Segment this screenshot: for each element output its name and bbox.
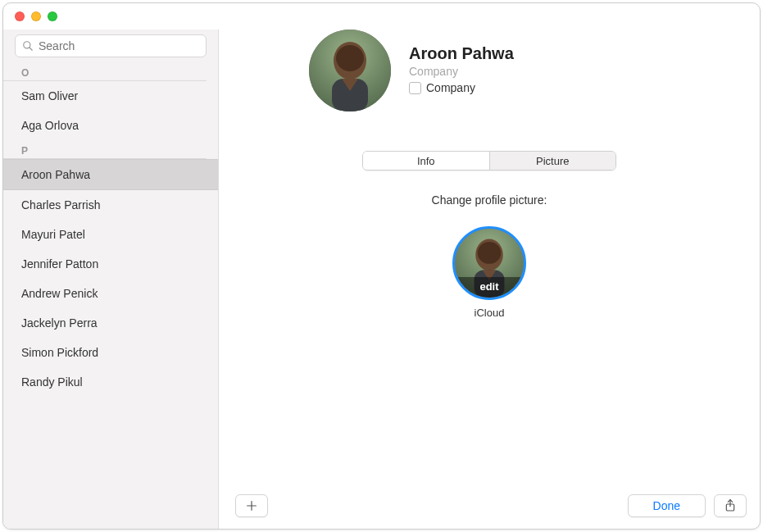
plus-icon <box>245 499 258 512</box>
thumb-caption: iCloud <box>475 307 505 319</box>
search-input[interactable] <box>39 39 199 52</box>
avatar-image <box>309 30 391 111</box>
contact-row[interactable]: Sam Oliver <box>3 81 218 111</box>
change-picture-label: Change profile picture: <box>219 193 760 207</box>
seg: Info Picture <box>362 151 616 171</box>
sidebar: OSam OliverAga OrlovaPAroon PahwaCharles… <box>3 30 219 529</box>
contact-row[interactable]: Aga Orlova <box>3 111 218 140</box>
tab-info[interactable]: Info <box>363 152 490 170</box>
contact-row[interactable]: Jennifer Patton <box>3 249 218 279</box>
search-field[interactable] <box>15 34 207 57</box>
content: OSam OliverAga OrlovaPAroon PahwaCharles… <box>3 30 760 529</box>
picture-thumb-wrap: edit iCloud <box>219 226 760 319</box>
header-info: Aroon Pahwa Company Company <box>409 30 514 111</box>
share-button[interactable] <box>714 494 747 517</box>
contact-row[interactable]: Aroon Pahwa <box>3 159 218 190</box>
company-checkbox[interactable] <box>409 82 421 94</box>
done-button[interactable]: Done <box>628 494 706 517</box>
bottom-toolbar: Done <box>219 484 760 529</box>
company-placeholder[interactable]: Company <box>409 65 514 78</box>
picture-thumb[interactable]: edit <box>452 226 526 300</box>
svg-point-4 <box>336 45 364 71</box>
avatar[interactable] <box>309 30 391 111</box>
minimize-icon[interactable] <box>31 11 41 21</box>
contacts-window: OSam OliverAga OrlovaPAroon PahwaCharles… <box>2 2 761 530</box>
share-icon <box>724 498 737 513</box>
company-checkbox-label: Company <box>426 81 475 94</box>
contact-row[interactable]: Jackelyn Perra <box>3 308 218 338</box>
contact-row[interactable]: Charles Parrish <box>3 190 218 220</box>
section-letter: O <box>3 62 207 81</box>
section-letter: P <box>3 140 207 159</box>
contact-header: Aroon Pahwa Company Company <box>219 30 760 111</box>
contact-row[interactable]: Mayuri Patel <box>3 220 218 249</box>
tab-segmented-control: Info Picture <box>219 151 760 171</box>
contact-row[interactable]: Simon Pickford <box>3 338 218 367</box>
contact-row[interactable]: Andrew Penick <box>3 279 218 308</box>
add-button[interactable] <box>235 494 268 517</box>
contact-list: OSam OliverAga OrlovaPAroon PahwaCharles… <box>3 62 218 397</box>
svg-point-8 <box>478 242 502 264</box>
search-wrap <box>3 30 218 62</box>
tab-picture[interactable]: Picture <box>490 152 616 170</box>
svg-line-1 <box>30 48 33 51</box>
maximize-icon[interactable] <box>48 11 57 21</box>
titlebar <box>3 3 760 30</box>
detail-pane: Aroon Pahwa Company Company Info Picture… <box>219 30 760 529</box>
contact-row[interactable]: Randy Pikul <box>3 367 218 397</box>
search-icon <box>22 40 34 52</box>
company-row: Company <box>409 81 514 94</box>
contact-name: Aroon Pahwa <box>409 44 514 63</box>
edit-overlay[interactable]: edit <box>455 277 524 298</box>
close-icon[interactable] <box>15 11 25 21</box>
